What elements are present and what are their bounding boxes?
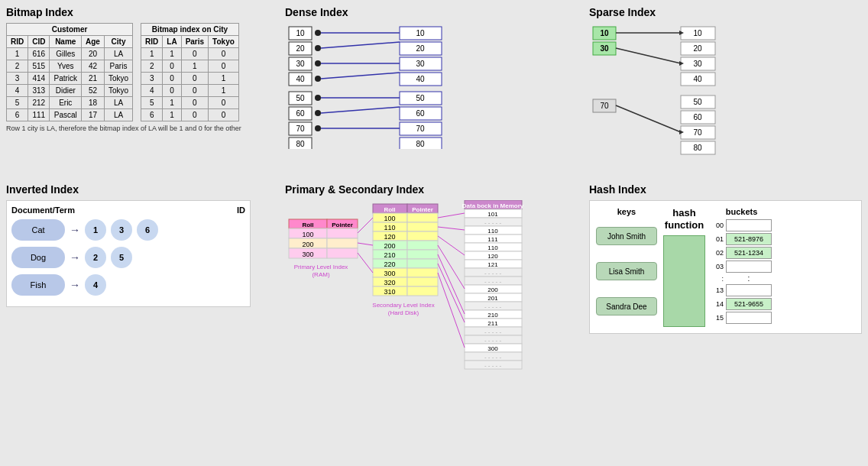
svg-text:200: 200 — [302, 241, 313, 248]
svg-text:30: 30 — [296, 60, 305, 68]
bucket-13: 13 — [711, 284, 772, 296]
svg-text:70: 70 — [600, 102, 609, 110]
inverted-header: Document/Term ID — [11, 205, 245, 215]
svg-text:40: 40 — [296, 75, 305, 83]
bitmap-table-wrapper: Bitmap index on City RIDLAParisTokyo 110… — [141, 23, 239, 121]
id-1: 1 — [85, 219, 106, 241]
svg-text:Data bock in Memory: Data bock in Memory — [462, 202, 524, 209]
svg-text:(RAM): (RAM) — [312, 271, 329, 278]
hash-fn-title: hashfunction — [665, 207, 704, 231]
sparse-diagram: 10 30 10 20 30 40 70 — [589, 23, 862, 177]
svg-line-162 — [358, 218, 373, 233]
svg-text:60: 60 — [296, 109, 305, 118]
svg-text:210: 210 — [487, 312, 498, 319]
svg-text:120: 120 — [384, 233, 395, 241]
svg-text:100: 100 — [302, 231, 313, 238]
dense-index-section: Dense Index 10 20 30 40 — [285, 6, 583, 177]
svg-rect-113 — [407, 268, 438, 277]
hash-fn-box — [663, 235, 705, 327]
inverted-title: Inverted Index — [6, 183, 279, 196]
buckets-label: buckets — [711, 207, 772, 216]
id-2: 2 — [85, 247, 106, 268]
bucket-03: 03 — [711, 261, 772, 273]
bucket-box-02: 521-1234 — [726, 247, 772, 259]
svg-text:- - - - -: - - - - - — [484, 278, 502, 285]
bucket-01: 01 521-8976 — [711, 233, 772, 245]
bucket-num-15: 15 — [711, 314, 724, 322]
ps-svg: Roll Pointer 100 200 300 Primary Level I… — [285, 200, 583, 403]
svg-text:Pointer: Pointer — [332, 222, 353, 228]
svg-text:80: 80 — [416, 140, 425, 148]
svg-text:50: 50 — [416, 94, 425, 102]
id-5: 5 — [111, 247, 132, 268]
svg-text:- - - - -: - - - - - — [484, 337, 502, 344]
svg-rect-116 — [407, 277, 438, 286]
svg-text:110: 110 — [487, 244, 498, 251]
svg-text:50: 50 — [296, 94, 305, 102]
svg-point-11 — [315, 76, 321, 82]
svg-text:80: 80 — [296, 140, 305, 148]
bucket-box-14: 521-9655 — [726, 298, 772, 310]
hash-index-section: Hash Index keys John Smith Lisa Smith Sa… — [589, 183, 862, 399]
bucket-box-01: 521-8976 — [726, 233, 772, 245]
svg-text:Pointer: Pointer — [412, 206, 433, 213]
svg-line-164 — [358, 253, 373, 273]
dense-diagram: 10 20 30 40 50 60 — [285, 23, 453, 150]
svg-line-44 — [321, 107, 400, 113]
id-6: 6 — [137, 219, 158, 241]
term-fish: Fish — [11, 274, 65, 296]
svg-text:- - - - -: - - - - - — [484, 328, 502, 335]
svg-rect-80 — [327, 228, 358, 238]
sparse-index-section: Sparse Index 10 30 10 20 30 40 — [589, 6, 862, 177]
hash-buckets-column: buckets 00 01 521-8976 02 521-1234 — [711, 207, 772, 325]
svg-text:- - - - -: - - - - - — [484, 362, 502, 369]
svg-text:30: 30 — [416, 60, 425, 68]
hash-title: Hash Index — [589, 183, 862, 196]
svg-text:30: 30 — [600, 44, 609, 53]
bucket-list: 00 01 521-8976 02 521-1234 03 — [711, 219, 772, 325]
svg-text:- - - - -: - - - - - — [484, 219, 502, 226]
svg-text:20: 20 — [693, 44, 702, 53]
svg-text:101: 101 — [487, 211, 498, 218]
svg-text:20: 20 — [416, 44, 425, 53]
doc-term-label: Document/Term — [11, 205, 75, 215]
svg-line-170 — [438, 264, 465, 322]
sparse-svg: 10 30 10 20 30 40 70 — [589, 23, 772, 176]
bucket-num-02: 02 — [711, 249, 724, 257]
svg-text:20: 20 — [296, 44, 305, 53]
svg-text:Secondary Level Index: Secondary Level Index — [372, 302, 434, 309]
bucket-num-14: 14 — [711, 300, 724, 308]
svg-text:110: 110 — [487, 228, 498, 235]
inverted-row-fish: Fish → 4 — [11, 274, 245, 296]
svg-rect-83 — [327, 238, 358, 248]
id-label: ID — [237, 205, 245, 215]
hash-function-column: hashfunction — [663, 207, 705, 327]
svg-rect-110 — [407, 259, 438, 268]
svg-text:10: 10 — [416, 29, 425, 37]
svg-text:70: 70 — [296, 125, 305, 133]
svg-text:(Hard Disk): (Hard Disk) — [388, 309, 419, 316]
bucket-colon: : : — [711, 274, 772, 283]
svg-text:60: 60 — [693, 113, 702, 121]
svg-text:10: 10 — [600, 29, 609, 37]
svg-rect-107 — [407, 250, 438, 259]
primary-secondary-section: Primary & Secondary Index Roll Pointer 1… — [285, 183, 583, 399]
svg-text:201: 201 — [487, 295, 498, 302]
svg-text:300: 300 — [487, 345, 498, 352]
bucket-14: 14 521-9655 — [711, 298, 772, 310]
svg-text:200: 200 — [487, 286, 498, 293]
ps-diagram: Roll Pointer 100 200 300 Primary Level I… — [285, 200, 583, 399]
svg-text:40: 40 — [693, 75, 702, 83]
bitmap-note: Row 1 city is LA, therefore the bitmap i… — [6, 125, 279, 132]
hash-keys-column: keys John Smith Lisa Smith Sandra Dee — [596, 207, 657, 316]
svg-text:310: 310 — [384, 288, 395, 296]
svg-rect-119 — [407, 286, 438, 296]
customer-caption: Customer — [7, 24, 133, 36]
bucket-box-13 — [726, 284, 772, 296]
hash-container: keys John Smith Lisa Smith Sandra Dee ha… — [589, 200, 862, 334]
bucket-num-00: 00 — [711, 222, 724, 229]
inverted-row-cat: Cat → 1 3 6 — [11, 219, 245, 241]
svg-line-40 — [321, 42, 400, 48]
svg-rect-95 — [407, 213, 438, 222]
svg-text:120: 120 — [487, 253, 498, 260]
